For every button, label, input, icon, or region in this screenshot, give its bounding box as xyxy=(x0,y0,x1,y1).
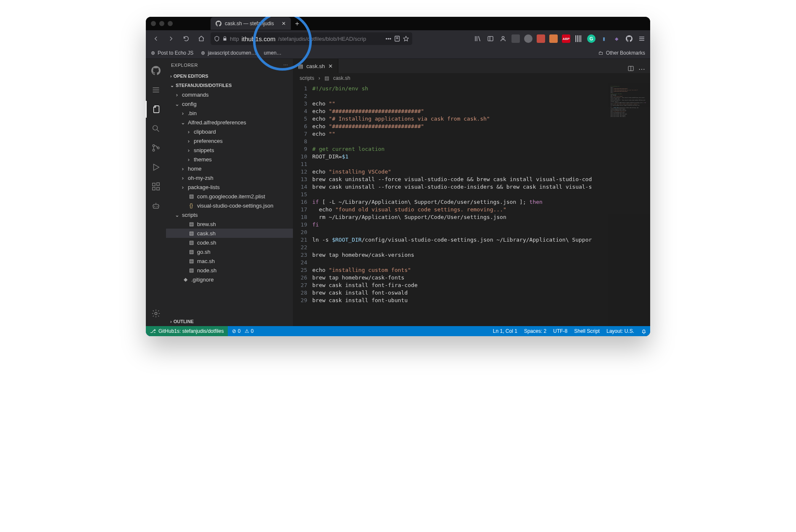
extensions-icon[interactable] xyxy=(146,178,166,195)
status-cursor[interactable]: Ln 1, Col 1 xyxy=(493,328,517,334)
extension-icon-grid[interactable] xyxy=(575,34,583,43)
extension-grammarly-icon[interactable]: G xyxy=(587,34,596,43)
code-line[interactable]: brew cask uninstall --force visual-studi… xyxy=(312,183,608,191)
breadcrumb-file[interactable]: cask.sh xyxy=(333,75,351,81)
status-spaces[interactable]: Spaces: 2 xyxy=(524,328,546,334)
menu-hamburger-icon[interactable] xyxy=(638,34,646,43)
code-line[interactable] xyxy=(312,229,608,236)
tree-row-config[interactable]: ⌄config xyxy=(166,99,293,108)
tree-row-snippets[interactable]: ›snippets xyxy=(166,145,293,155)
code-line[interactable]: brew cask install font-oswald xyxy=(312,289,608,297)
code-line[interactable]: #!/usr/bin/env sh xyxy=(312,85,608,92)
code-line[interactable]: brew cask install font-ubuntu xyxy=(312,297,608,304)
tree-row-clipboard[interactable]: ›clipboard xyxy=(166,127,293,136)
close-tab-icon[interactable]: ✕ xyxy=(282,21,286,26)
run-debug-icon[interactable] xyxy=(146,159,166,176)
code-line[interactable] xyxy=(312,259,608,266)
code-line[interactable]: # get current location xyxy=(312,145,608,153)
code-line[interactable]: echo "###########################" xyxy=(312,108,608,115)
more-actions-icon[interactable]: ⋯ xyxy=(283,63,288,68)
code-line[interactable]: echo "# Installing applications via cask… xyxy=(312,115,608,123)
more-editor-actions-icon[interactable]: ⋯ xyxy=(638,65,645,73)
tree-row-ohmyzsh[interactable]: ›oh-my-zsh xyxy=(166,173,293,182)
editor-tab-cask[interactable]: ▤ cask.sh ✕ xyxy=(293,59,338,73)
code-editor[interactable]: 1234567891011121314151617181920212223242… xyxy=(293,83,650,326)
code-lines[interactable]: #!/usr/bin/env shecho ""echo "##########… xyxy=(312,83,608,326)
status-language[interactable]: Shell Script xyxy=(574,328,600,334)
code-line[interactable]: echo "installing custom fonts" xyxy=(312,266,608,274)
extension-icon-4[interactable] xyxy=(549,34,558,43)
bookmark-item-js2[interactable]: umen… xyxy=(264,50,282,56)
tree-row-go[interactable]: ▤go.sh xyxy=(166,247,293,256)
code-line[interactable]: brew tap homebrew/cask-versions xyxy=(312,251,608,259)
open-editors-section[interactable]: › OPEN EDITORS xyxy=(166,71,293,81)
bookmark-star-icon[interactable] xyxy=(403,36,409,42)
extension-abp-icon[interactable]: ABP xyxy=(562,34,570,43)
extension-icon-5[interactable]: ▮ xyxy=(600,34,608,43)
library-icon[interactable] xyxy=(474,34,482,43)
source-control-icon[interactable] xyxy=(146,140,166,156)
breadcrumbs[interactable]: scripts › ▤ cask.sh xyxy=(293,73,650,83)
status-encoding[interactable]: UTF-8 xyxy=(553,328,567,334)
forward-button[interactable] xyxy=(165,33,177,45)
code-line[interactable]: fi xyxy=(312,221,608,229)
tree-row-bin[interactable]: ›.bin xyxy=(166,108,293,118)
url-bar[interactable]: http ithub1s.com /stefanjudis/dotfiles/b… xyxy=(211,32,412,45)
tree-row-cask[interactable]: ▤cask.sh xyxy=(166,229,293,238)
repo-section[interactable]: ⌄ STEFANJUDIS/DOTFILES xyxy=(166,81,293,90)
code-line[interactable]: brew cask install font-fira-code xyxy=(312,282,608,289)
bookmark-item-echo[interactable]: ⊕ Post to Echo JS xyxy=(151,50,193,56)
lock-icon[interactable] xyxy=(222,36,227,41)
tree-row-home[interactable]: ›home xyxy=(166,164,293,173)
tree-row-code[interactable]: ▤code.sh xyxy=(166,238,293,247)
settings-gear-icon[interactable] xyxy=(146,305,166,322)
code-line[interactable] xyxy=(312,191,608,198)
tree-row-scripts[interactable]: ⌄scripts xyxy=(166,210,293,219)
sidebar-toggle-icon[interactable] xyxy=(486,34,495,43)
code-line[interactable] xyxy=(312,161,608,168)
breadcrumb-dir[interactable]: scripts xyxy=(300,75,314,81)
tree-row-commands[interactable]: ›commands xyxy=(166,90,293,99)
tree-row-themes[interactable]: ›themes xyxy=(166,155,293,164)
extension-icon-6[interactable]: ◆ xyxy=(612,34,621,43)
tree-row-vscode_settings[interactable]: {}visual-studio-code-settings.json xyxy=(166,201,293,210)
minimap[interactable]: #!/usr/bin/env shecho ""echo "##########… xyxy=(608,83,650,326)
code-line[interactable]: if [ -L ~/Library/Application\ Support/C… xyxy=(312,198,608,206)
minimize-window-button[interactable] xyxy=(159,21,164,26)
other-bookmarks[interactable]: 🗀 Other Bookmarks xyxy=(598,50,645,56)
search-icon[interactable] xyxy=(146,120,166,137)
status-branch[interactable]: ⎇ GitHub1s: stefanjudis/dotfiles xyxy=(146,326,228,336)
code-line[interactable]: rm ~/Library/Application\ Support/Code/U… xyxy=(312,213,608,221)
close-window-button[interactable] xyxy=(151,21,156,26)
page-actions-icon[interactable]: ••• xyxy=(385,36,391,42)
home-button[interactable] xyxy=(195,33,207,45)
bookmark-item-js1[interactable]: ⊕ javascript:documen… xyxy=(201,50,256,56)
extension-icon-1[interactable] xyxy=(511,34,520,43)
menu-icon[interactable] xyxy=(146,82,166,98)
code-line[interactable]: ROOT_DIR=$1 xyxy=(312,153,608,161)
github-icon[interactable] xyxy=(146,62,166,79)
code-line[interactable]: brew cask uninstall --force visual-studi… xyxy=(312,176,608,183)
explorer-icon[interactable] xyxy=(146,101,166,118)
tree-row-alfred[interactable]: ⌄Alfred.alfredpreferences xyxy=(166,118,293,127)
maximize-window-button[interactable] xyxy=(168,21,173,26)
tree-row-mac[interactable]: ▤mac.sh xyxy=(166,256,293,266)
new-tab-button[interactable]: ＋ xyxy=(291,17,303,30)
reload-button[interactable] xyxy=(180,33,192,45)
tree-row-brew[interactable]: ▤brew.sh xyxy=(166,219,293,229)
code-line[interactable]: echo "found old visual studio code setti… xyxy=(312,206,608,213)
back-button[interactable] xyxy=(150,33,162,45)
code-line[interactable] xyxy=(312,138,608,145)
tree-row-node[interactable]: ▤node.sh xyxy=(166,266,293,275)
extension-icon-3[interactable] xyxy=(537,34,545,43)
split-editor-icon[interactable] xyxy=(627,65,634,73)
status-layout[interactable]: Layout: U.S. xyxy=(606,328,634,334)
code-line[interactable] xyxy=(312,244,608,251)
account-icon[interactable] xyxy=(499,34,507,43)
robot-icon[interactable] xyxy=(146,198,166,214)
extension-github-icon[interactable] xyxy=(625,34,633,43)
notifications-bell-icon[interactable] xyxy=(641,328,647,334)
code-line[interactable]: echo "" xyxy=(312,100,608,108)
outline-section[interactable]: › OUTLINE xyxy=(166,317,293,326)
status-warnings[interactable]: ⚠ 0 xyxy=(245,328,253,334)
